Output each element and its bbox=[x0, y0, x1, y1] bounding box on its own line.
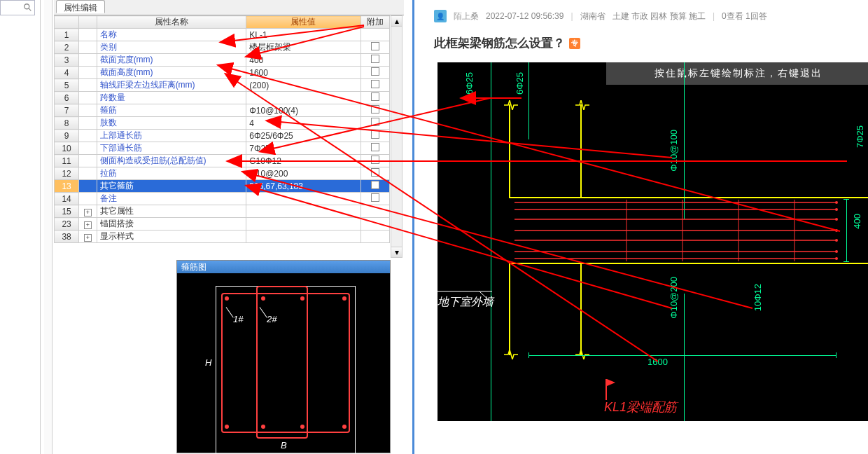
expand-toggle bbox=[79, 92, 97, 104]
post-header: 👤 陌上桑 2022-07-12 09:56:39 | 湖南省 土建 市政 园林… bbox=[414, 0, 868, 29]
expand-toggle bbox=[79, 155, 97, 167]
table-row[interactable]: 4截面高度(mm)1600 bbox=[55, 67, 390, 79]
checkbox[interactable] bbox=[371, 118, 379, 126]
add-checkbox-cell[interactable] bbox=[360, 92, 389, 104]
table-row[interactable]: 14备注 bbox=[55, 193, 390, 205]
table-row[interactable]: 6跨数量 bbox=[55, 92, 390, 104]
property-value[interactable]: Φ10@100(4) bbox=[246, 104, 360, 117]
add-checkbox-cell[interactable] bbox=[360, 193, 389, 205]
property-value[interactable]: 4 bbox=[246, 117, 360, 130]
stirrup-diagram-panel: 箍筋图 1# 2# H B bbox=[176, 260, 391, 453]
checkbox[interactable] bbox=[371, 67, 379, 76]
row-number: 2 bbox=[55, 41, 79, 54]
checkbox[interactable] bbox=[371, 143, 379, 151]
property-name: 其它属性 bbox=[97, 205, 246, 218]
search-input[interactable] bbox=[1, 3, 22, 13]
property-value[interactable]: 7Φ25 bbox=[246, 142, 360, 155]
add-checkbox-cell[interactable] bbox=[360, 41, 389, 54]
checkbox[interactable] bbox=[371, 80, 379, 88]
svg-point-9 bbox=[835, 201, 838, 204]
property-value[interactable]: (200) bbox=[246, 79, 360, 92]
table-row[interactable]: 15+其它属性 bbox=[55, 205, 390, 218]
row-number: 6 bbox=[55, 92, 79, 104]
add-checkbox-cell[interactable] bbox=[360, 79, 389, 92]
add-checkbox-cell[interactable] bbox=[360, 117, 389, 130]
expand-toggle[interactable]: + bbox=[79, 231, 97, 243]
add-checkbox-cell[interactable] bbox=[360, 29, 389, 41]
property-value[interactable]: Φ10@200 bbox=[246, 167, 360, 180]
table-row[interactable]: 9上部通长筋6Φ25/6Φ25 bbox=[55, 130, 390, 142]
checkbox[interactable] bbox=[371, 156, 379, 164]
cad-label-t3: 7Φ25 bbox=[855, 125, 865, 148]
checkbox[interactable] bbox=[371, 105, 379, 114]
property-name: 箍筋 bbox=[97, 104, 246, 117]
property-name: 类别 bbox=[97, 41, 246, 54]
avatar[interactable]: 👤 bbox=[434, 10, 447, 22]
svg-point-14 bbox=[835, 250, 838, 253]
row-number: 14 bbox=[55, 193, 79, 205]
checkbox[interactable] bbox=[371, 130, 379, 139]
property-name: 名称 bbox=[97, 29, 246, 41]
scroll-down-button[interactable]: ▾ bbox=[391, 247, 402, 257]
checkbox[interactable] bbox=[371, 42, 379, 50]
property-value[interactable] bbox=[246, 92, 360, 104]
property-value[interactable]: 400 bbox=[246, 54, 360, 67]
checkbox[interactable] bbox=[371, 92, 379, 101]
row-number: 15 bbox=[55, 205, 79, 218]
table-row[interactable]: 38+显示样式 bbox=[55, 231, 390, 243]
table-row[interactable]: 12拉筋Φ10@200 bbox=[55, 167, 390, 180]
question-panel: 👤 陌上桑 2022-07-12 09:56:39 | 湖南省 土建 市政 园林… bbox=[412, 0, 868, 454]
add-checkbox-cell[interactable] bbox=[360, 205, 389, 218]
search-box[interactable] bbox=[0, 0, 35, 15]
table-row[interactable]: 3截面宽度(mm)400 bbox=[55, 54, 390, 67]
property-name: 截面高度(mm) bbox=[97, 67, 246, 79]
add-checkbox-cell[interactable] bbox=[360, 218, 389, 231]
add-checkbox-cell[interactable] bbox=[360, 180, 389, 193]
table-row[interactable]: 7箍筋Φ10@100(4) bbox=[55, 104, 390, 117]
scroll-up-button[interactable]: ▴ bbox=[391, 16, 402, 27]
expand-toggle[interactable]: + bbox=[79, 218, 97, 231]
checkbox[interactable] bbox=[371, 181, 379, 189]
tab-property-edit[interactable]: 属性编辑 bbox=[56, 0, 105, 13]
table-row[interactable]: 11侧面构造或受扭筋(总配筋值)G10Φ12 bbox=[55, 155, 390, 167]
table-row[interactable]: 13其它箍筋396,67,63,183 bbox=[55, 180, 390, 193]
property-value[interactable]: 396,67,63,183 bbox=[246, 180, 360, 193]
property-value[interactable] bbox=[246, 231, 360, 243]
table-row[interactable]: 8肢数4 bbox=[55, 117, 390, 130]
table-row[interactable]: 2类别楼层框架梁 bbox=[55, 41, 390, 54]
tab-bar: 属性编辑 bbox=[54, 0, 404, 15]
checkbox[interactable] bbox=[371, 55, 379, 63]
cad-drawing[interactable]: 按住鼠标左键绘制标注，右键退出 bbox=[438, 62, 868, 421]
expand-toggle[interactable]: + bbox=[79, 205, 97, 218]
table-row[interactable]: 23+锚固搭接 bbox=[55, 218, 390, 231]
grid-scrollbar[interactable]: ▴ ▾ bbox=[391, 15, 402, 258]
property-value[interactable] bbox=[246, 205, 360, 218]
add-checkbox-cell[interactable] bbox=[360, 142, 389, 155]
property-value[interactable]: 楼层框架梁 bbox=[246, 41, 360, 54]
add-checkbox-cell[interactable] bbox=[360, 155, 389, 167]
post-title: 此框架梁钢筋怎么设置？ 专 bbox=[414, 29, 868, 64]
table-row[interactable]: 10下部通长筋7Φ25 bbox=[55, 142, 390, 155]
svg-point-13 bbox=[835, 239, 838, 242]
add-checkbox-cell[interactable] bbox=[360, 167, 389, 180]
checkbox[interactable] bbox=[371, 193, 379, 202]
table-row[interactable]: 1名称KL-1 bbox=[55, 29, 390, 41]
property-value[interactable] bbox=[246, 193, 360, 205]
property-value[interactable] bbox=[246, 218, 360, 231]
checkbox[interactable] bbox=[371, 168, 379, 177]
property-value[interactable]: 6Φ25/6Φ25 bbox=[246, 130, 360, 142]
col-expand bbox=[79, 16, 97, 29]
property-value[interactable]: 1600 bbox=[246, 67, 360, 79]
vertical-separator bbox=[37, 0, 41, 454]
add-checkbox-cell[interactable] bbox=[360, 104, 389, 117]
property-value[interactable]: G10Φ12 bbox=[246, 155, 360, 167]
row-number: 38 bbox=[55, 231, 79, 243]
add-checkbox-cell[interactable] bbox=[360, 231, 389, 243]
table-row[interactable]: 5轴线距梁左边线距离(mm)(200) bbox=[55, 79, 390, 92]
add-checkbox-cell[interactable] bbox=[360, 67, 389, 79]
row-number: 10 bbox=[55, 142, 79, 155]
username[interactable]: 陌上桑 bbox=[454, 11, 479, 22]
add-checkbox-cell[interactable] bbox=[360, 130, 389, 142]
add-checkbox-cell[interactable] bbox=[360, 54, 389, 67]
property-value[interactable]: KL-1 bbox=[246, 29, 360, 41]
